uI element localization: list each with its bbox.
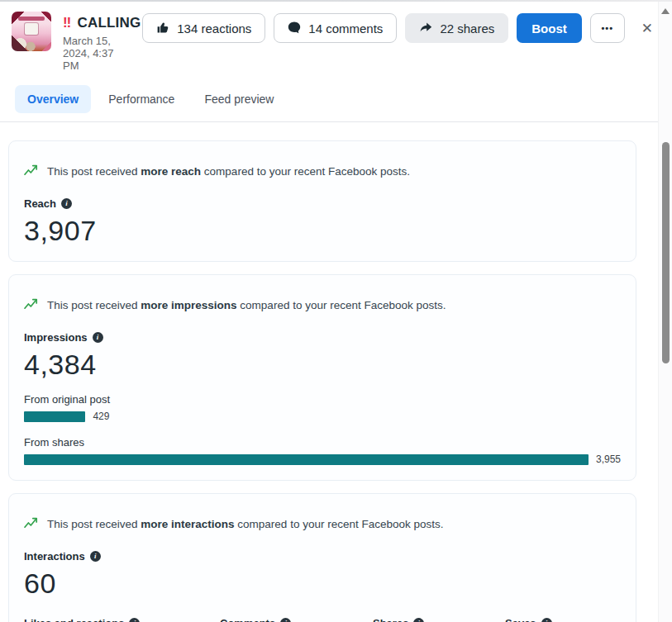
interactions-card: This post received more interactions com… <box>8 493 636 622</box>
scroll-up-arrow[interactable] <box>661 8 670 14</box>
overview-content: This post received more reach compared t… <box>0 122 658 622</box>
shares-bar-value: 3,955 <box>596 453 621 465</box>
comments-label-row: Comments i <box>220 617 373 622</box>
tab-feed-preview[interactable]: Feed preview <box>192 85 286 113</box>
reach-trend-text: This post received more reach compared t… <box>47 165 410 178</box>
interactions-value: 60 <box>24 569 621 599</box>
header-actions: 134 reactions 14 comments 22 shares Boos… <box>142 13 658 43</box>
bar-label-original-post: From original post <box>24 393 621 406</box>
shares-button[interactable]: 22 shares <box>405 13 508 43</box>
original-post-bar-value: 429 <box>93 411 109 422</box>
share-arrow-icon <box>419 21 432 36</box>
reactions-button[interactable]: 134 reactions <box>142 13 265 43</box>
metric-comments: Comments i 2 <box>220 601 373 622</box>
post-date: March 15, 2024, 4:37 PM <box>63 35 131 72</box>
trend-up-icon <box>24 517 47 531</box>
impressions-trend-text: This post received more impressions comp… <box>47 299 446 311</box>
info-icon[interactable]: i <box>61 198 72 209</box>
reach-value: 3,907 <box>24 216 621 246</box>
post-thumbnail-image <box>12 12 51 51</box>
info-icon[interactable]: i <box>413 618 424 622</box>
close-button[interactable]: ✕ <box>636 18 658 39</box>
impressions-trend-message: This post received more impressions comp… <box>24 298 621 312</box>
impressions-label-row: Impressions i <box>24 331 621 344</box>
impressions-bar-shares-section: From shares 3,955 <box>24 436 621 465</box>
metric-saves: Saves i 0 <box>505 601 621 622</box>
scrollbar-thumb[interactable] <box>662 142 670 363</box>
comments-label: 14 comments <box>308 21 383 36</box>
bar-row-shares: 3,955 <box>24 453 621 465</box>
impressions-card: This post received more impressions comp… <box>8 274 636 482</box>
tab-overview[interactable]: Overview <box>15 85 91 113</box>
impressions-label: Impressions <box>24 331 88 344</box>
interactions-trend-message: This post received more interactions com… <box>24 517 621 531</box>
interactions-trend-text: This post received more interactions com… <box>47 518 443 530</box>
saves-metric-label: Saves <box>505 617 536 622</box>
trend-up-icon <box>24 164 47 178</box>
likes-label: Likes and reactions <box>24 617 124 622</box>
panel-top-border <box>0 0 672 2</box>
comments-button[interactable]: 14 comments <box>274 13 397 43</box>
ellipsis-icon: ••• <box>601 23 613 33</box>
exclamation-emoji: ‼ <box>63 15 71 31</box>
tab-performance[interactable]: Performance <box>96 85 187 113</box>
info-icon[interactable]: i <box>93 332 103 343</box>
bar-label-shares: From shares <box>24 436 621 449</box>
reach-trend-message: This post received more reach compared t… <box>24 164 621 178</box>
vertical-scrollbar[interactable] <box>658 2 672 622</box>
thumbs-up-icon <box>156 21 169 36</box>
metric-shares: Shares i 22 <box>373 601 505 622</box>
saves-label-row: Saves i <box>505 617 621 622</box>
info-icon[interactable]: i <box>129 618 140 622</box>
post-insights-panel: ‼CALLING AL... March 15, 2024, 4:37 PM 1… <box>0 0 658 622</box>
likes-label-row: Likes and reactions i <box>24 617 220 622</box>
post-title: ‼CALLING AL... <box>63 15 131 31</box>
info-icon[interactable]: i <box>541 618 552 622</box>
impressions-bar-original-section: From original post 429 <box>24 393 621 422</box>
comments-metric-label: Comments <box>220 617 275 622</box>
trend-up-icon <box>24 298 47 312</box>
post-header: ‼CALLING AL... March 15, 2024, 4:37 PM 1… <box>0 0 658 72</box>
reactions-label: 134 reactions <box>177 21 251 36</box>
info-icon[interactable]: i <box>90 551 101 562</box>
impressions-value: 4,384 <box>24 350 621 380</box>
bar-row-original-post: 429 <box>24 411 621 422</box>
info-icon[interactable]: i <box>280 618 291 622</box>
shares-metric-label: Shares <box>373 617 408 622</box>
close-icon: ✕ <box>641 21 653 36</box>
shares-label-row: Shares i <box>373 617 505 622</box>
reach-label: Reach <box>24 197 56 210</box>
interactions-label-row: Interactions i <box>24 550 621 563</box>
interactions-label: Interactions <box>24 550 85 563</box>
reach-label-row: Reach i <box>24 197 621 210</box>
metric-likes-and-reactions: Likes and reactions i 36 <box>24 601 220 622</box>
original-post-bar <box>24 411 85 422</box>
comment-bubble-icon <box>288 21 301 36</box>
interactions-breakdown-row: Likes and reactions i 36 Comments i 2 Sh… <box>24 601 621 622</box>
shares-label: 22 shares <box>440 21 494 36</box>
post-title-block: ‼CALLING AL... March 15, 2024, 4:37 PM <box>63 12 131 72</box>
reach-card: This post received more reach compared t… <box>8 140 636 262</box>
more-options-button[interactable]: ••• <box>590 13 625 43</box>
shares-bar <box>24 454 589 465</box>
boost-button[interactable]: Boost <box>517 13 582 43</box>
insights-tabs: Overview Performance Feed preview <box>0 72 658 113</box>
